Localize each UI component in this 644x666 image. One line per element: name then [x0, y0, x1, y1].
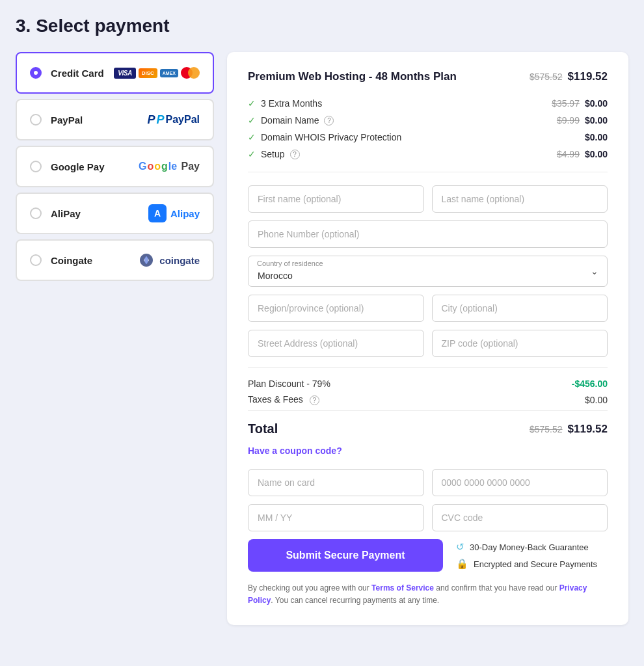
- zip-field: [432, 330, 608, 357]
- item-original-setup: $4.99: [557, 149, 580, 159]
- total-label: Total: [248, 421, 278, 436]
- money-back-icon: ↺: [456, 541, 464, 553]
- item-label-extra-months: 3 Extra Months: [261, 98, 322, 109]
- check-icon-setup: ✓: [248, 149, 256, 159]
- payment-method-paypal[interactable]: PayPal PP PayPal: [16, 99, 214, 140]
- address-form: Country of residence Morocco United Stat…: [248, 185, 608, 357]
- total-current: $119.52: [568, 423, 608, 436]
- setup-help-icon[interactable]: ?: [290, 150, 300, 159]
- trust-money-label: 30-Day Money-Back Guarantee: [470, 542, 589, 552]
- discount-section: Plan Discount - 79% -$456.00 Taxes & Fee…: [248, 367, 608, 405]
- card-name-input[interactable]: [248, 469, 424, 496]
- last-name-input[interactable]: [432, 185, 608, 213]
- order-item-whois: ✓ Domain WHOIS Privacy Protection $0.00: [248, 129, 608, 146]
- card-cvc-field: [432, 504, 608, 531]
- credit-card-label: Credit Card: [51, 68, 104, 79]
- paypal-label: PayPal: [51, 114, 83, 126]
- payment-method-credit-card[interactable]: Credit Card VISA DISC AMEX: [16, 52, 214, 94]
- item-original-domain: $9.99: [557, 115, 580, 126]
- payment-method-coingate[interactable]: Coingate coingate: [16, 239, 214, 281]
- item-current-whois: $0.00: [585, 132, 608, 142]
- item-label-setup: Setup: [261, 149, 285, 159]
- item-label-whois: Domain WHOIS Privacy Protection: [261, 132, 401, 142]
- city-field: [432, 295, 608, 322]
- taxes-help-icon[interactable]: ?: [310, 395, 319, 405]
- region-field: [248, 295, 424, 322]
- domain-help-icon[interactable]: ?: [324, 116, 334, 126]
- order-item-domain: ✓ Domain Name ? $9.99 $0.00: [248, 112, 608, 129]
- trust-item-security: 🔒 Encrypted and Secure Payments: [456, 558, 597, 570]
- plan-name: Premium Web Hosting - 48 Months Plan: [248, 70, 457, 83]
- zip-input[interactable]: [432, 330, 608, 357]
- card-cvc-input[interactable]: [432, 504, 608, 531]
- radio-alipay: [30, 207, 42, 219]
- item-original-extra-months: $35.97: [552, 98, 580, 109]
- payment-method-alipay[interactable]: AliPay A Alipay: [16, 193, 214, 234]
- order-panel: Premium Web Hosting - 48 Months Plan $57…: [227, 52, 628, 625]
- paypal-logo: PP PayPal: [147, 113, 200, 127]
- main-layout: Credit Card VISA DISC AMEX PayPal PP Pay…: [16, 52, 628, 625]
- taxes-row: Taxes & Fees ? $0.00: [248, 394, 608, 405]
- first-name-input[interactable]: [248, 185, 424, 213]
- card-expiry-field: [248, 504, 424, 531]
- visa-logo: VISA: [114, 68, 135, 79]
- region-city-row: [248, 295, 608, 322]
- coingate-logo: coingate: [137, 251, 200, 269]
- city-input[interactable]: [432, 295, 608, 322]
- country-select[interactable]: Morocco United States France Germany Uni…: [248, 256, 608, 287]
- coupon-link[interactable]: Have a coupon code?: [248, 446, 608, 456]
- plan-price-original: $575.52: [530, 72, 563, 82]
- radio-credit-card: [30, 67, 42, 79]
- discount-value: -$456.00: [572, 379, 608, 389]
- alipay-label: AliPay: [51, 208, 81, 219]
- trust-item-money-back: ↺ 30-Day Money-Back Guarantee: [456, 541, 597, 553]
- card-form: [248, 469, 608, 531]
- discover-logo: DISC: [139, 68, 157, 78]
- radio-paypal: [30, 114, 42, 126]
- item-label-domain: Domain Name: [261, 115, 319, 126]
- street-zip-row: [248, 330, 608, 357]
- lock-icon: 🔒: [456, 558, 468, 570]
- plan-price-group: $575.52 $119.52: [530, 70, 608, 83]
- plan-price-current: $119.52: [568, 70, 608, 83]
- check-icon-whois: ✓: [248, 132, 256, 142]
- phone-field: [248, 220, 608, 248]
- name-row: [248, 185, 608, 213]
- phone-input[interactable]: [248, 220, 608, 248]
- card-logos: VISA DISC AMEX: [114, 67, 200, 79]
- item-current-extra-months: $0.00: [585, 98, 608, 109]
- region-input[interactable]: [248, 295, 424, 322]
- submit-payment-button[interactable]: Submit Secure Payment: [248, 539, 443, 572]
- payment-methods-panel: Credit Card VISA DISC AMEX PayPal PP Pay…: [16, 52, 214, 281]
- order-item-extra-months: ✓ 3 Extra Months $35.97 $0.00: [248, 95, 608, 112]
- radio-coingate: [30, 254, 42, 266]
- first-name-field: [248, 185, 424, 213]
- mastercard-logo: [181, 67, 200, 79]
- radio-google-pay: [30, 161, 42, 172]
- check-icon-domain: ✓: [248, 115, 256, 126]
- total-row: Total $575.52 $119.52: [248, 421, 608, 436]
- page-title: 3. Select payment: [16, 16, 628, 36]
- trust-badges: ↺ 30-Day Money-Back Guarantee 🔒 Encrypte…: [456, 541, 597, 570]
- coingate-label: Coingate: [51, 255, 92, 266]
- item-current-domain: $0.00: [585, 115, 608, 126]
- card-expiry-input[interactable]: [248, 504, 424, 531]
- check-icon: ✓: [248, 98, 256, 109]
- card-expiry-cvc-row: [248, 504, 608, 531]
- card-number-input[interactable]: [432, 469, 608, 496]
- street-field: [248, 330, 424, 357]
- submit-row: Submit Secure Payment ↺ 30-Day Money-Bac…: [248, 539, 608, 572]
- street-input[interactable]: [248, 330, 424, 357]
- order-header: Premium Web Hosting - 48 Months Plan $57…: [248, 70, 608, 83]
- payment-method-google-pay[interactable]: Google Pay Google Pay: [16, 146, 214, 187]
- country-field: Country of residence Morocco United Stat…: [248, 256, 608, 287]
- trust-security-label: Encrypted and Secure Payments: [474, 559, 597, 569]
- tos-link[interactable]: Terms of Service: [371, 583, 434, 593]
- phone-row: [248, 220, 608, 248]
- order-item-setup: ✓ Setup ? $4.99 $0.00: [248, 146, 608, 163]
- card-name-field: [248, 469, 424, 496]
- amex-logo: AMEX: [160, 69, 178, 77]
- total-price-group: $575.52 $119.52: [530, 423, 608, 436]
- card-number-field: [432, 469, 608, 496]
- gpay-logo: Google Pay: [139, 161, 200, 172]
